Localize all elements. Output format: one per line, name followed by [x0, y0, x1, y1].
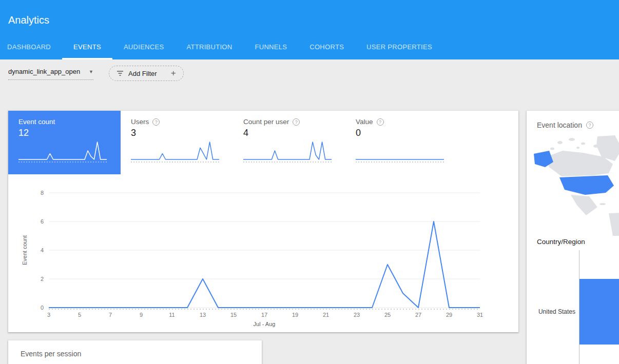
metric-sparkline: [131, 140, 219, 164]
tab-funnels[interactable]: FUNNELS: [243, 35, 298, 59]
tab-dashboard[interactable]: DASHBOARD: [0, 35, 62, 59]
metric-sparkline: [243, 140, 332, 164]
metric-label: Value: [356, 118, 373, 126]
help-icon[interactable]: ?: [377, 118, 384, 126]
svg-text:4: 4: [41, 247, 44, 253]
event-count-line-chart: 0246835791113151719212325272931: [24, 188, 486, 326]
location-label: United States: [527, 250, 579, 364]
page-title: Analytics: [8, 14, 49, 26]
svg-text:27: 27: [415, 312, 421, 318]
event-selector[interactable]: dynamic_link_app_open ▼: [8, 68, 93, 80]
metric-value: 4: [243, 128, 335, 138]
tab-events[interactable]: EVENTS: [62, 35, 112, 59]
event-selector-value: dynamic_link_app_open: [8, 68, 80, 75]
event-location-card: Event location ? Country/Region United S…: [527, 111, 619, 364]
filter-bar: dynamic_link_app_open ▼ Add Filter +: [0, 59, 619, 94]
metric-sparkline: [18, 140, 107, 164]
location-bar[interactable]: [579, 279, 619, 345]
x-axis-label: Jul - Aug: [49, 321, 480, 327]
help-icon[interactable]: ?: [586, 122, 593, 129]
svg-text:17: 17: [261, 312, 267, 318]
tab-audiences[interactable]: AUDIENCES: [112, 35, 176, 59]
filter-icon: [117, 70, 124, 76]
help-icon[interactable]: ?: [152, 118, 160, 126]
plus-icon[interactable]: +: [171, 68, 176, 78]
event-location-map: [532, 135, 619, 236]
metric-tab-users[interactable]: Users?3: [121, 111, 233, 174]
metric-label-row: Value?: [356, 118, 448, 126]
svg-text:23: 23: [354, 312, 360, 318]
metric-label-row: Count per user?: [243, 118, 335, 126]
metric-label-row: Users?: [131, 118, 223, 126]
tab-attribution[interactable]: ATTRIBUTION: [175, 35, 243, 59]
events-per-session-title: Events per session: [8, 340, 262, 358]
svg-text:9: 9: [140, 312, 143, 318]
add-filter-button[interactable]: Add Filter +: [109, 66, 184, 81]
metric-label: Count per user: [243, 118, 289, 126]
metric-tab-value[interactable]: Value?0: [345, 111, 458, 174]
svg-text:21: 21: [323, 312, 329, 318]
add-filter-label: Add Filter: [128, 70, 157, 77]
svg-text:6: 6: [41, 218, 44, 225]
metric-sparkline: [356, 140, 444, 164]
svg-text:25: 25: [384, 312, 391, 318]
metric-tab-count-per-user[interactable]: Count per user?4: [233, 111, 345, 174]
svg-text:11: 11: [169, 312, 175, 318]
help-icon[interactable]: ?: [293, 118, 300, 126]
svg-text:0: 0: [41, 305, 44, 311]
event-location-title-row: Event location ?: [537, 121, 593, 129]
country-bar-chart: United States: [527, 250, 619, 364]
tab-cohorts[interactable]: COHORTS: [298, 35, 355, 59]
event-location-title: Event location: [537, 121, 582, 129]
metric-value: 12: [18, 128, 110, 138]
svg-text:8: 8: [41, 190, 44, 196]
metric-value: 0: [356, 128, 448, 138]
metric-label: Event count: [18, 118, 55, 126]
metric-tabs: Event count12Users?3Count per user?4Valu…: [8, 111, 518, 174]
metric-value: 3: [131, 128, 223, 138]
country-region-label: Country/Region: [537, 238, 585, 246]
dropdown-arrow-icon: ▼: [89, 69, 93, 74]
location-bar-axis: [579, 250, 619, 364]
svg-text:13: 13: [200, 312, 206, 318]
svg-text:3: 3: [47, 312, 50, 318]
svg-text:5: 5: [78, 312, 81, 318]
svg-text:19: 19: [292, 312, 298, 318]
svg-text:7: 7: [109, 312, 112, 318]
events-per-session-card: Events per session: [8, 340, 262, 364]
nav-tabs: DASHBOARDEVENTSAUDIENCESATTRIBUTIONFUNNE…: [0, 35, 443, 59]
svg-text:2: 2: [41, 276, 44, 282]
events-chart-card: Event count12Users?3Count per user?4Valu…: [8, 111, 518, 332]
metric-label: Users: [131, 118, 149, 126]
svg-text:15: 15: [230, 312, 237, 318]
svg-text:29: 29: [446, 312, 452, 318]
location-bar-row: United States: [527, 250, 619, 364]
tab-user-properties[interactable]: USER PROPERTIES: [355, 35, 443, 59]
firebase-analytics-app: Analytics DASHBOARDEVENTSAUDIENCESATTRIB…: [0, 0, 619, 364]
app-header: Analytics DASHBOARDEVENTSAUDIENCESATTRIB…: [0, 0, 619, 59]
metric-label-row: Event count: [18, 118, 110, 126]
svg-text:31: 31: [477, 312, 483, 318]
metric-tab-event-count[interactable]: Event count12: [8, 111, 121, 174]
